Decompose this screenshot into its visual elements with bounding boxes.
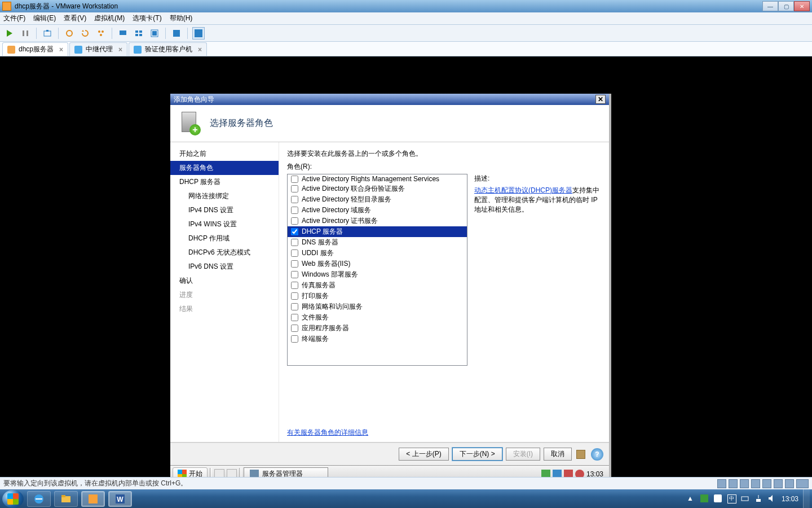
tab-close-icon[interactable]: × (118, 46, 122, 54)
role-item-15[interactable]: 终端服务 (288, 334, 467, 344)
role-checkbox[interactable] (291, 303, 298, 310)
role-checkbox[interactable] (291, 335, 298, 343)
show-desktop-button[interactable] (803, 489, 810, 508)
wizard-nav-item-1[interactable]: 服务器角色 (170, 161, 279, 175)
role-item-12[interactable]: 网络策略和访问服务 (288, 301, 467, 312)
role-checkbox[interactable] (291, 207, 298, 214)
role-checkbox[interactable] (291, 260, 298, 268)
tab-close-icon[interactable]: × (198, 46, 202, 54)
role-checkbox[interactable] (291, 325, 298, 332)
taskbar-ie-icon[interactable] (27, 491, 51, 507)
tray-action-center-icon[interactable] (714, 494, 723, 503)
wizard-prev-button[interactable]: < 上一步(P) (399, 448, 448, 461)
wizard-nav-item-3[interactable]: 网络连接绑定 (170, 189, 279, 203)
role-item-6[interactable]: DNS 服务器 (288, 237, 467, 248)
description-link[interactable]: 动态主机配置协议(DHCP)服务器 (474, 186, 572, 194)
role-item-10[interactable]: 传真服务器 (288, 280, 467, 291)
taskbar-vmware-icon[interactable] (81, 491, 105, 507)
role-item-0[interactable]: Active Directory Rights Management Servi… (288, 174, 467, 183)
role-checkbox[interactable] (291, 217, 298, 225)
role-item-7[interactable]: UDDI 服务 (288, 248, 467, 259)
thumbnail-icon[interactable] (133, 27, 145, 40)
vm-tab-2[interactable]: 验证使用客户机× (129, 42, 207, 56)
wizard-nav-item-11[interactable]: 结果 (170, 302, 279, 316)
wizard-nav-item-2[interactable]: DHCP 服务器 (170, 175, 279, 189)
tray-input-icon[interactable]: 中 (727, 494, 736, 503)
roles-listbox[interactable]: Active Directory Rights Management Servi… (287, 174, 467, 366)
tray-network-host-icon[interactable] (754, 494, 764, 503)
wizard-nav-item-8[interactable]: IPv6 DNS 设置 (170, 260, 279, 274)
fullscreen-single-icon[interactable] (170, 27, 183, 40)
menu-help[interactable]: 帮助(H) (170, 14, 193, 23)
role-item-1[interactable]: Active Directory 联合身份验证服务 (288, 183, 467, 194)
wizard-nav-item-9[interactable]: 确认 (170, 274, 279, 288)
wizard-close-button[interactable]: ✕ (595, 95, 606, 104)
role-item-11[interactable]: 打印服务 (288, 291, 467, 301)
role-checkbox[interactable] (291, 196, 298, 203)
status-usb-icon[interactable] (762, 479, 771, 488)
role-item-4[interactable]: Active Directory 证书服务 (288, 216, 467, 226)
status-disk-icon[interactable] (717, 479, 726, 488)
status-network-icon[interactable] (751, 479, 760, 488)
wizard-nav-item-6[interactable]: DHCP 作用域 (170, 231, 279, 246)
status-sound-icon[interactable] (774, 479, 783, 488)
tray-safeeject-icon[interactable] (700, 494, 709, 503)
role-checkbox[interactable] (291, 282, 298, 289)
taskbar-explorer-icon[interactable] (54, 491, 78, 507)
menu-vm[interactable]: 虚拟机(M) (94, 14, 125, 23)
snapshot-revert-icon[interactable] (79, 27, 91, 40)
help-icon[interactable]: ? (591, 448, 603, 461)
suspend-icon[interactable] (19, 27, 32, 40)
menu-edit[interactable]: 编辑(E) (33, 14, 56, 23)
role-item-8[interactable]: Web 服务器(IIS) (288, 259, 467, 269)
menu-tabs[interactable]: 选项卡(T) (133, 14, 161, 23)
role-checkbox[interactable] (291, 271, 298, 278)
minimize-button[interactable]: — (762, 1, 778, 11)
snapshot-take-icon[interactable] (63, 27, 76, 40)
snapshot-manager-icon[interactable] (95, 27, 107, 40)
wizard-cancel-button[interactable]: 取消 (544, 448, 572, 461)
role-item-9[interactable]: Windows 部署服务 (288, 269, 467, 280)
vm-tab-0[interactable]: dhcp服务器× (2, 42, 68, 56)
wizard-nav-item-5[interactable]: IPv4 WINS 设置 (170, 217, 279, 231)
status-printer-icon[interactable] (785, 479, 794, 488)
menu-view[interactable]: 查看(V) (64, 14, 86, 23)
tray-up-icon[interactable]: ▲ (687, 494, 696, 503)
role-checkbox[interactable] (291, 228, 298, 235)
guest-vm-display[interactable]: 添加角色向导 ✕ + 选择服务器角色 开始之前服务器角色DHCP 服务器网络连接… (0, 56, 812, 478)
maximize-button[interactable]: ▢ (778, 1, 794, 11)
role-checkbox[interactable] (291, 249, 298, 257)
more-info-link[interactable]: 有关服务器角色的详细信息 (287, 428, 368, 436)
wizard-titlebar[interactable]: 添加角色向导 ✕ (170, 94, 609, 105)
fullscreen-icon[interactable] (192, 27, 205, 40)
host-clock[interactable]: 13:03 (782, 495, 798, 503)
role-item-13[interactable]: 文件服务 (288, 312, 467, 323)
vm-tab-1[interactable]: 中继代理× (69, 42, 127, 56)
status-floppy-icon[interactable] (740, 479, 749, 488)
role-checkbox[interactable] (291, 239, 298, 246)
menu-file[interactable]: 文件(F) (3, 14, 25, 23)
wizard-nav-item-0[interactable]: 开始之前 (170, 147, 279, 161)
role-item-14[interactable]: 应用程序服务器 (288, 323, 467, 334)
show-console-icon[interactable] (117, 27, 129, 40)
role-checkbox[interactable] (291, 185, 298, 192)
unity-icon[interactable] (148, 27, 161, 40)
power-on-icon[interactable] (3, 27, 16, 40)
wizard-nav-item-4[interactable]: IPv4 DNS 设置 (170, 203, 279, 217)
role-checkbox[interactable] (291, 176, 298, 183)
status-cd-icon[interactable] (729, 479, 738, 488)
wizard-nav-item-10[interactable]: 进度 (170, 288, 279, 302)
snapshot-icon[interactable] (41, 27, 54, 40)
role-item-5[interactable]: DHCP 服务器 (288, 226, 467, 237)
tray-keyboard-icon[interactable] (741, 494, 750, 503)
wizard-nav-item-7[interactable]: DHCPv6 无状态模式 (170, 246, 279, 260)
taskbar-word-icon[interactable]: W (108, 491, 132, 507)
close-button[interactable]: ✕ (794, 1, 810, 11)
host-start-button[interactable] (2, 490, 24, 508)
role-checkbox[interactable] (291, 314, 298, 321)
role-item-3[interactable]: Active Directory 域服务 (288, 205, 467, 216)
role-checkbox[interactable] (291, 292, 298, 300)
tab-close-icon[interactable]: × (59, 46, 63, 54)
status-message-icon[interactable] (796, 479, 809, 488)
role-item-2[interactable]: Active Directory 轻型目录服务 (288, 194, 467, 205)
